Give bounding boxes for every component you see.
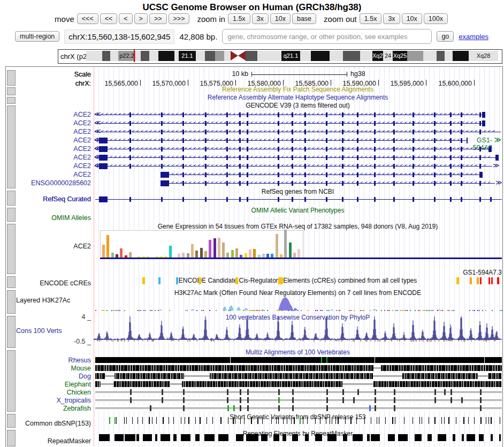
alignment-tick — [480, 397, 482, 403]
conservation-plot[interactable] — [94, 315, 502, 345]
repeat-block — [173, 434, 177, 441]
ideogram-band — [445, 51, 453, 61]
zoom-in-button-base[interactable]: base — [292, 13, 316, 24]
track-header-6[interactable]: GS1-594A7.3 — [94, 269, 502, 276]
ccre-mark[interactable] — [470, 277, 472, 284]
snp-tick — [480, 417, 482, 424]
h3k-baseline-noise — [349, 310, 350, 311]
zoom-out-button-10x[interactable]: 10x — [402, 13, 422, 24]
exon-tick — [205, 130, 207, 134]
gtex-bar — [120, 248, 123, 257]
alignment-tick — [394, 397, 395, 403]
repeat-block — [292, 434, 298, 441]
zoom-in-button-1.5x[interactable]: 1.5x — [228, 13, 250, 24]
zoom-out-button-100x[interactable]: 100x — [424, 13, 448, 24]
ccre-mark[interactable] — [477, 277, 479, 284]
move-button-[interactable]: << — [100, 13, 118, 24]
move-button-[interactable]: >> — [149, 13, 167, 24]
zoom-in-button-10x[interactable]: 10x — [270, 13, 291, 24]
snp-tick — [262, 417, 263, 424]
track-drag-handle-12[interactable] — [7, 430, 16, 446]
gtex-bar — [231, 250, 234, 257]
ccre-mark[interactable] — [235, 277, 238, 284]
track-header-11[interactable]: Short Genetic Variants from dbSNP releas… — [94, 413, 502, 421]
h3k-baseline-noise — [392, 310, 393, 311]
page-title: UCSC Genome Browser on Human (GRCh38/hg3… — [0, 2, 504, 13]
exon-tick — [205, 181, 207, 186]
track-drag-handle-4[interactable] — [7, 191, 16, 206]
examples-link[interactable]: examples — [459, 33, 488, 41]
track-drag-handle-7[interactable] — [7, 276, 16, 288]
ccre-mark[interactable] — [488, 277, 490, 284]
h3k-baseline-noise — [452, 310, 453, 311]
track-header-10[interactable]: Multiz Alignments of 100 Vertebrates — [94, 348, 502, 356]
track-drag-handle-2[interactable] — [7, 97, 16, 104]
move-button-[interactable]: > — [134, 13, 148, 24]
track-header-3[interactable]: RefSeq genes from NCBI — [94, 188, 502, 195]
exon-tick — [461, 181, 462, 186]
track-drag-handle-5[interactable] — [7, 208, 16, 222]
exon-tick — [247, 130, 248, 134]
intron-arrows: <<<<<<<<<<<<<<<<<<<<<<<<<<<<<<<<<<<<<<<<… — [97, 120, 482, 125]
ccre-mark[interactable] — [142, 277, 145, 284]
exon-tick — [393, 164, 395, 169]
zoom-out-button-1.5x[interactable]: 1.5x — [360, 13, 382, 24]
ideogram-band — [453, 51, 469, 61]
track-drag-handle-11[interactable] — [7, 414, 16, 428]
track-drag-handle-0[interactable] — [7, 70, 16, 86]
track-drag-handle-1[interactable] — [7, 87, 16, 95]
track-header-5[interactable]: Gene Expression in 54 tissues from GTEx … — [94, 223, 502, 230]
ccre-mark[interactable] — [158, 277, 161, 284]
zoom-out-button-3x[interactable]: 3x — [383, 13, 400, 24]
exon-tick — [292, 130, 293, 134]
exon-tick — [413, 197, 414, 202]
exon-tick — [434, 181, 436, 186]
search-input[interactable] — [222, 29, 432, 44]
ccre-mark[interactable] — [456, 277, 459, 284]
chromosome-ideogram[interactable]: chrX (p22.2) p22.221.1q21.1Xq2324Xq25Xq2… — [58, 49, 502, 64]
zoom-in-button-3x[interactable]: 3x — [252, 13, 269, 24]
move-button-[interactable]: < — [119, 13, 132, 24]
conservation-positive-bars — [94, 317, 501, 340]
move-button-[interactable]: <<< — [77, 13, 98, 24]
track-header-2[interactable]: GENCODE V39 (3 items filtered out) — [94, 102, 502, 109]
ccre-mark[interactable] — [491, 277, 493, 284]
track-header-0[interactable]: Reference Assembly Fix Patch Sequence Al… — [94, 86, 502, 93]
track-header-7[interactable]: ENCODE Candidate Cis-Regulatory Elements… — [94, 277, 502, 284]
exon-tick — [434, 172, 436, 177]
alignment-tick — [292, 389, 294, 395]
position-display[interactable]: chrX:15,560,138-15,602,945 — [64, 29, 174, 44]
exon-tick — [450, 121, 452, 126]
track-drag-handle-6[interactable] — [7, 224, 16, 274]
track-image[interactable]: ScalechrX:10 kbhg3815,565,00015,570,0001… — [5, 66, 503, 447]
h3k-baseline-noise — [145, 310, 146, 311]
snp-tick — [235, 417, 235, 424]
snp-tick — [474, 417, 475, 424]
ccre-mark[interactable] — [176, 277, 178, 284]
alignment-tick — [375, 405, 376, 411]
ccre-mark[interactable] — [278, 277, 283, 284]
multi-region-button[interactable]: multi-region — [15, 31, 59, 42]
track-drag-handle-10[interactable] — [7, 350, 16, 412]
exon-tick — [239, 155, 241, 160]
snp-tick — [350, 417, 352, 424]
track-header-4[interactable]: OMIM Allelic Variant Phenotypes — [94, 207, 502, 214]
track-drag-handle-3[interactable] — [7, 105, 16, 188]
ccre-mark[interactable] — [198, 277, 201, 284]
h3k-baseline-noise — [249, 310, 250, 311]
repeat-block — [273, 434, 279, 441]
track-drag-handle-9[interactable] — [7, 316, 16, 348]
go-button[interactable]: go — [437, 31, 454, 42]
h3k-baseline-noise — [288, 310, 289, 311]
track-drag-handle-8[interactable] — [7, 290, 16, 314]
snp-tick — [392, 417, 393, 424]
ccre-mark[interactable] — [497, 277, 499, 284]
move-button-[interactable]: >>> — [169, 13, 190, 24]
track-header-1[interactable]: Reference Assembly Alternate Haplotype S… — [94, 94, 502, 101]
h3k-baseline-noise — [418, 310, 419, 311]
gene-label: ACE2 — [16, 111, 91, 118]
h3k-baseline-noise — [320, 310, 321, 311]
h3k-baseline-noise — [203, 310, 204, 311]
end-exon-block — [488, 146, 492, 152]
ccre-mark[interactable] — [480, 277, 482, 284]
